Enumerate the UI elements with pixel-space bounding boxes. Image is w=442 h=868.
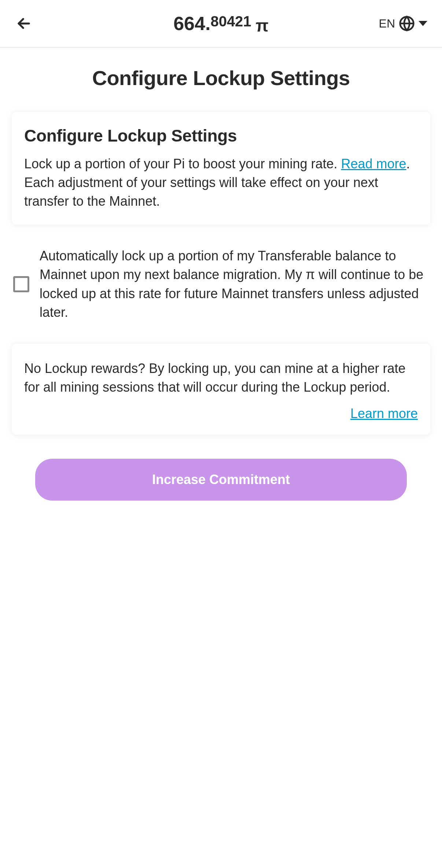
app-header: 664.80421 π EN [0, 0, 442, 48]
language-selector[interactable]: EN [379, 15, 427, 32]
rewards-info-text: No Lockup rewards? By locking up, you ca… [24, 359, 418, 396]
page-title: Configure Lockup Settings [12, 66, 430, 90]
read-more-link[interactable]: Read more [341, 156, 406, 171]
learn-more-link[interactable]: Learn more [350, 406, 418, 421]
learn-more-wrapper: Learn more [24, 406, 418, 421]
balance-currency-symbol: π [256, 16, 269, 36]
arrow-left-icon [16, 16, 32, 31]
increase-commitment-button[interactable]: Increase Commitment [35, 459, 407, 501]
balance-decimal: 80421 [210, 13, 251, 30]
globe-icon [399, 15, 415, 32]
chevron-down-icon [419, 21, 427, 26]
auto-lockup-checkbox[interactable] [13, 276, 29, 292]
rewards-info-card: No Lockup rewards? By locking up, you ca… [12, 344, 430, 435]
language-label: EN [379, 17, 395, 30]
balance-display: 664.80421 π [173, 12, 269, 34]
intro-card-text: Lock up a portion of your Pi to boost yo… [24, 154, 418, 210]
button-wrapper: Increase Commitment [12, 459, 430, 501]
balance-integer: 664. [173, 12, 210, 34]
main-content: Configure Lockup Settings Configure Lock… [0, 48, 442, 515]
auto-lockup-checkbox-row: Automatically lock up a portion of my Tr… [12, 239, 430, 329]
auto-lockup-label: Automatically lock up a portion of my Tr… [40, 246, 429, 321]
intro-text-before: Lock up a portion of your Pi to boost yo… [24, 156, 341, 171]
intro-card-title: Configure Lockup Settings [24, 126, 418, 146]
intro-card: Configure Lockup Settings Lock up a port… [12, 112, 430, 224]
back-button[interactable] [15, 14, 33, 33]
